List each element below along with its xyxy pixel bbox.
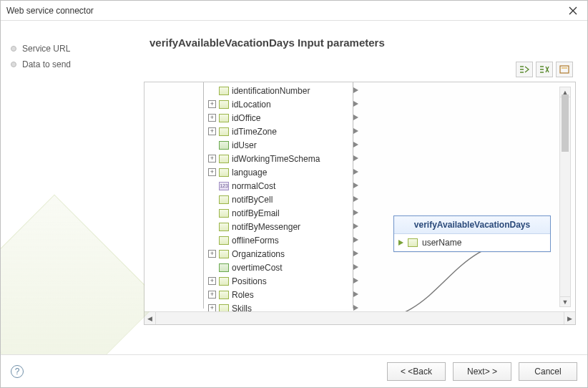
cancel-button[interactable]: Cancel [519, 362, 577, 381]
scroll-right-arrow-icon[interactable]: ▶ [564, 312, 575, 324]
tree-row[interactable]: idUser [204, 138, 353, 152]
main-panel: verifyAvailableVacationDays Input parame… [144, 21, 587, 354]
tree-row[interactable]: +language [204, 165, 353, 179]
tree-row[interactable]: offlineForms [204, 233, 353, 247]
tree-label: Organizations [232, 249, 285, 259]
layout-button[interactable] [556, 62, 573, 77]
expand-toggle-icon[interactable]: + [208, 114, 216, 122]
field-icon [219, 209, 229, 218]
tree-label: offlineForms [232, 236, 279, 246]
target-field-label: userName [422, 238, 461, 248]
dialog-window: Web service connector Service URL Data t… [0, 0, 588, 388]
tree-label: Skills [232, 304, 252, 312]
expand-placeholder [208, 223, 216, 231]
close-button[interactable] [564, 2, 582, 19]
tree-label: Roles [232, 290, 254, 300]
source-port-icon[interactable] [353, 142, 358, 147]
source-port-icon[interactable] [353, 291, 358, 297]
target-title: verifyAvailableVacationDays [394, 216, 550, 234]
tree-row[interactable]: notifByMessenger [204, 220, 353, 233]
tree-row[interactable]: +idTimeZone [204, 125, 353, 138]
mapping-canvas[interactable]: identificationNumber+idLocation+idOffice… [144, 82, 575, 311]
field-icon [219, 100, 229, 109]
tree-label: idTimeZone [232, 127, 277, 137]
tree-row[interactable]: identificationNumber [204, 84, 353, 97]
field-icon [219, 236, 229, 245]
next-button[interactable]: Next> > [453, 362, 511, 381]
list-field-icon [219, 141, 229, 150]
expand-placeholder [208, 87, 216, 94]
source-port-icon[interactable] [353, 101, 358, 107]
field-icon [219, 127, 229, 136]
source-port-icon[interactable] [353, 169, 358, 175]
expand-toggle-icon[interactable]: + [208, 250, 216, 258]
expand-toggle-icon[interactable]: + [208, 168, 216, 176]
source-port-icon[interactable] [353, 128, 358, 134]
sidebar-item-data-to-send[interactable]: Data to send [11, 57, 134, 72]
expand-toggle-icon[interactable]: + [208, 155, 216, 163]
source-port-icon[interactable] [353, 115, 358, 120]
help-button[interactable]: ? [11, 365, 24, 378]
source-port-icon[interactable] [353, 237, 358, 243]
tree-label: identificationNumber [232, 86, 310, 96]
source-port-icon[interactable] [353, 196, 358, 202]
sidebar-item-service-url[interactable]: Service URL [11, 41, 134, 57]
source-port-icon[interactable] [353, 278, 358, 283]
expand-placeholder [208, 141, 216, 149]
source-port-icon[interactable] [353, 223, 358, 229]
tree-row[interactable]: notifByCell [204, 193, 353, 206]
expand-toggle-icon[interactable]: + [208, 127, 216, 135]
tree-label: Positions [232, 276, 267, 286]
tree-row[interactable]: 123normalCost [204, 179, 353, 193]
expand-placeholder [208, 236, 216, 244]
tree-row[interactable]: +Skills [204, 301, 353, 311]
step-dot-icon [11, 62, 16, 67]
list-field-icon [219, 263, 229, 272]
sidebar-item-label: Service URL [22, 44, 70, 54]
source-port-icon[interactable] [353, 264, 358, 270]
tree-row[interactable]: +idWorkingTimeSchema [204, 152, 353, 165]
auto-map-button[interactable] [516, 62, 533, 77]
scroll-thumb[interactable] [562, 94, 569, 152]
source-tree[interactable]: identificationNumber+idLocation+idOffice… [204, 82, 353, 311]
expand-toggle-icon[interactable]: + [208, 291, 216, 299]
source-tree-panel: identificationNumber+idLocation+idOffice… [203, 82, 353, 309]
source-port-icon[interactable] [353, 183, 358, 188]
field-icon [219, 168, 229, 177]
step-dot-icon [11, 46, 16, 52]
sidebar-item-label: Data to send [22, 59, 71, 69]
scroll-down-arrow-icon[interactable]: ▼ [560, 296, 570, 306]
tree-row[interactable]: +Roles [204, 288, 353, 301]
field-icon [219, 87, 229, 95]
tree-row[interactable]: +Organizations [204, 247, 353, 261]
expand-placeholder [208, 263, 216, 271]
tree-row[interactable]: overtimeCost [204, 261, 353, 274]
numeric-field-icon: 123 [219, 182, 229, 190]
back-button[interactable]: < <Back [387, 362, 446, 381]
target-operation-box[interactable]: verifyAvailableVacationDays userName [393, 215, 551, 252]
expand-placeholder [208, 182, 216, 190]
title-bar: Web service connector [1, 1, 587, 21]
source-port-icon[interactable] [353, 210, 358, 215]
expand-toggle-icon[interactable]: + [208, 277, 216, 285]
expand-toggle-icon[interactable]: + [208, 100, 216, 108]
tree-row[interactable]: notifByEmail [204, 206, 353, 220]
clear-map-button[interactable] [536, 62, 553, 77]
page-title: verifyAvailableVacationDays Input parame… [144, 21, 576, 59]
source-port-icon[interactable] [353, 251, 358, 256]
horizontal-scrollbar[interactable]: ◀ ▶ [144, 311, 575, 324]
tree-row[interactable]: +idLocation [204, 97, 353, 111]
source-port-icon[interactable] [353, 305, 358, 311]
wizard-sidebar: Service URL Data to send [1, 21, 144, 354]
tree-label: normalCost [232, 181, 275, 191]
source-port-icon[interactable] [353, 87, 358, 93]
target-field-row[interactable]: userName [394, 234, 550, 251]
mapping-area-frame: identificationNumber+idLocation+idOffice… [144, 82, 576, 325]
source-port-icon[interactable] [353, 155, 358, 161]
tree-row[interactable]: +Positions [204, 274, 353, 288]
auto-map-icon [519, 65, 529, 74]
tree-row[interactable]: +idOffice [204, 111, 353, 125]
expand-toggle-icon[interactable]: + [208, 304, 216, 311]
field-icon [219, 195, 229, 204]
vertical-scrollbar[interactable]: ▲ ▼ [559, 87, 571, 307]
